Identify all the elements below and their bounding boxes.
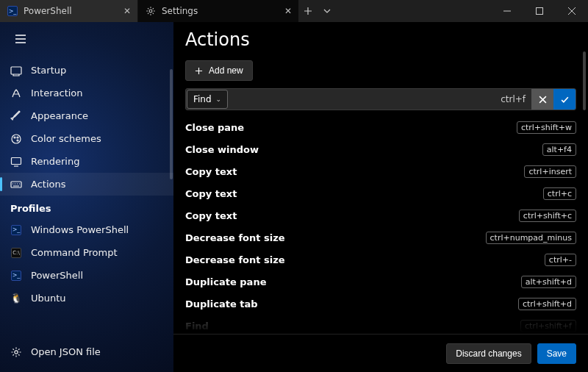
svg-rect-8 — [11, 182, 21, 187]
profile-ubuntu[interactable]: 🐧 Ubuntu — [0, 287, 173, 310]
add-new-button[interactable]: Add new — [185, 60, 253, 81]
sidebar-item-label: Actions — [31, 179, 66, 190]
menu-button[interactable] — [6, 26, 35, 51]
shortcut-key: alt+shift+d — [521, 276, 576, 288]
brush-icon — [10, 110, 22, 122]
action-row[interactable]: Decrease font sizectrl+- — [185, 248, 576, 271]
save-button[interactable]: Save — [537, 343, 576, 364]
action-row[interactable]: Duplicate tabctrl+shift+d — [185, 293, 576, 315]
cancel-edit-button[interactable] — [531, 89, 553, 110]
shortcut-input[interactable]: ctrl+f — [232, 89, 531, 110]
main-scrollbar[interactable] — [583, 51, 586, 110]
action-row[interactable]: Copy textctrl+c — [185, 182, 576, 204]
svg-point-6 — [17, 140, 18, 141]
chevron-down-icon: ⌄ — [216, 96, 222, 103]
minimize-button[interactable] — [491, 0, 523, 22]
sidebar-item-rendering[interactable]: Rendering — [0, 150, 173, 173]
action-list: Close panectrl+shift+w Close windowalt+f… — [173, 115, 588, 334]
close-window-button[interactable] — [556, 0, 588, 22]
sidebar-item-color-schemes[interactable]: Color schemes — [0, 127, 173, 150]
open-json-file[interactable]: Open JSON file — [0, 340, 173, 363]
sidebar-item-label: Command Prompt — [31, 247, 118, 258]
sidebar-item-appearance[interactable]: Appearance — [0, 104, 173, 127]
sidebar-item-interaction[interactable]: Interaction — [0, 82, 173, 104]
profiles-heading: Profiles — [0, 196, 173, 218]
page-title: Actions — [173, 22, 588, 60]
sidebar-item-label: Rendering — [31, 156, 79, 167]
interaction-icon — [10, 87, 22, 99]
sidebar-scrollbar[interactable] — [170, 69, 173, 179]
profile-windows-powershell[interactable]: >_ Windows PowerShell — [0, 218, 173, 241]
shortcut-key: ctrl+c — [543, 187, 576, 200]
powershell-icon: >_ — [10, 224, 22, 236]
button-label: Add new — [209, 65, 243, 76]
sidebar-item-label: Interaction — [31, 87, 83, 99]
palette-icon — [10, 133, 22, 145]
svg-point-4 — [14, 137, 15, 138]
select-value: Find — [193, 94, 212, 104]
shortcut-key: ctrl+shift+w — [517, 121, 576, 134]
shortcut-key: alt+f4 — [542, 143, 576, 156]
action-row[interactable]: Duplicate panealt+shift+d — [185, 271, 576, 293]
svg-rect-7 — [12, 157, 21, 164]
action-row[interactable]: Decrease font sizectrl+numpad_minus — [185, 226, 576, 248]
action-edit-row: Find ⌄ ctrl+f — [185, 88, 576, 110]
gear-icon — [146, 6, 156, 16]
shortcut-key: ctrl+shift+f — [520, 320, 576, 332]
action-select[interactable]: Find ⌄ — [187, 90, 228, 109]
gear-icon — [10, 346, 22, 358]
action-row[interactable]: Copy textctrl+shift+c — [185, 204, 576, 226]
close-icon[interactable]: ✕ — [282, 5, 294, 17]
profile-powershell[interactable]: >_ PowerShell — [0, 264, 173, 287]
action-row[interactable]: Close windowalt+f4 — [185, 138, 576, 160]
maximize-button[interactable] — [523, 0, 556, 22]
sidebar-item-label: Ubuntu — [31, 293, 66, 304]
sidebar-item-label: Windows PowerShell — [31, 224, 129, 235]
shortcut-key: ctrl+shift+d — [518, 298, 576, 310]
close-icon — [539, 96, 547, 104]
startup-icon — [10, 65, 22, 76]
svg-point-5 — [17, 137, 18, 138]
sidebar-item-label: Appearance — [31, 110, 88, 121]
window-controls — [491, 0, 588, 22]
keyboard-icon — [10, 179, 22, 190]
shortcut-key: ctrl+numpad_minus — [486, 232, 576, 244]
shortcut-key: ctrl+- — [545, 254, 576, 266]
action-row[interactable]: Copy textctrl+insert — [185, 160, 576, 182]
footer: Discard changes Save — [173, 334, 588, 372]
close-icon[interactable]: ✕ — [121, 5, 133, 17]
linux-icon: 🐧 — [10, 293, 22, 304]
new-tab-dropdown[interactable] — [318, 0, 337, 22]
powershell-icon: >_ — [7, 6, 18, 16]
powershell-icon: >_ — [10, 270, 22, 282]
tab-powershell[interactable]: >_ PowerShell ✕ — [0, 0, 138, 22]
tab-label: Settings — [162, 6, 198, 16]
sidebar-item-startup[interactable]: Startup — [0, 59, 173, 82]
profile-command-prompt[interactable]: C:\ Command Prompt — [0, 241, 173, 264]
monitor-icon — [10, 156, 22, 168]
sidebar-item-actions[interactable]: Actions — [0, 173, 173, 196]
tab-label: PowerShell — [24, 6, 72, 16]
check-icon — [560, 95, 570, 104]
shortcut-key: ctrl+insert — [524, 165, 576, 178]
sidebar-item-label: Open JSON file — [31, 346, 101, 357]
action-row[interactable]: Close panectrl+shift+w — [185, 116, 576, 138]
discard-button[interactable]: Discard changes — [446, 343, 531, 364]
tab-settings[interactable]: Settings ✕ — [138, 0, 298, 22]
svg-point-0 — [149, 10, 152, 12]
svg-point-3 — [12, 135, 21, 143]
sidebar-item-label: Color schemes — [31, 133, 101, 144]
titlebar: >_ PowerShell ✕ Settings ✕ — [0, 0, 588, 22]
cmd-icon: C:\ — [10, 247, 22, 259]
sidebar-item-label: PowerShell — [31, 270, 83, 281]
svg-rect-1 — [537, 8, 543, 15]
sidebar: Startup Interaction Appearance Color sch… — [0, 22, 173, 372]
confirm-edit-button[interactable] — [553, 89, 576, 110]
main-content: Actions Add new Find ⌄ ctrl+f — [173, 22, 588, 372]
action-row[interactable]: Findctrl+shift+f — [185, 315, 576, 334]
new-tab-button[interactable] — [298, 0, 318, 22]
sidebar-item-label: Startup — [31, 65, 66, 76]
shortcut-key: ctrl+shift+c — [519, 210, 576, 222]
svg-rect-2 — [11, 67, 21, 74]
svg-point-9 — [15, 350, 18, 353]
